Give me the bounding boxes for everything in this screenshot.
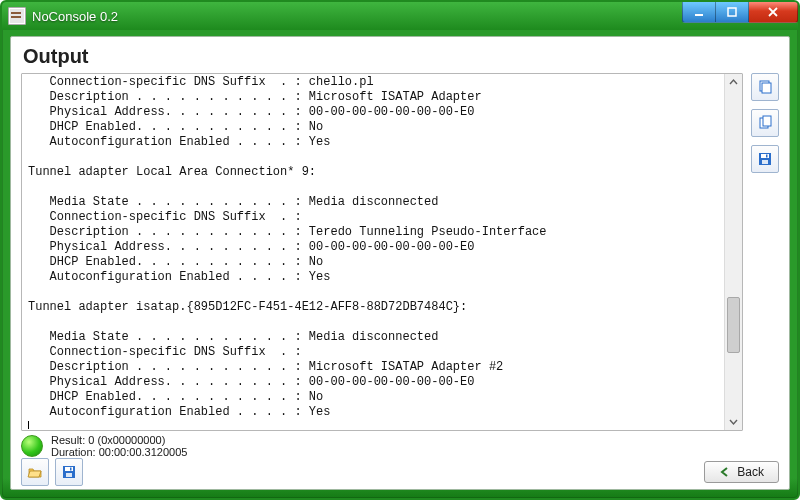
minimize-button[interactable] <box>682 2 716 23</box>
output-textbox[interactable]: Connection-specific DNS Suffix . : chell… <box>21 73 743 431</box>
svg-rect-8 <box>762 160 768 164</box>
scroll-thumb[interactable] <box>727 297 740 353</box>
copy-icon <box>757 115 773 131</box>
svg-rect-3 <box>762 83 771 93</box>
svg-rect-7 <box>761 154 769 158</box>
side-toolbar <box>751 73 779 431</box>
panel-body: Connection-specific DNS Suffix . : chell… <box>21 73 779 431</box>
app-window: NoConsole 0.2 Output Connection-specific… <box>0 0 800 500</box>
output-text: Connection-specific DNS Suffix . : chell… <box>28 75 724 429</box>
window-title: NoConsole 0.2 <box>32 9 118 24</box>
scroll-up-button[interactable] <box>725 74 742 91</box>
copy-button[interactable] <box>751 109 779 137</box>
save-button[interactable] <box>55 458 83 486</box>
close-icon <box>767 7 779 17</box>
scroll-down-button[interactable] <box>725 413 742 430</box>
bottom-row: Back <box>21 459 779 485</box>
vertical-scrollbar[interactable] <box>724 74 742 430</box>
svg-rect-1 <box>728 8 736 16</box>
status-duration: Duration: 00:00:00.3120005 <box>51 446 187 458</box>
chevron-up-icon <box>729 78 738 87</box>
maximize-icon <box>727 7 737 17</box>
floppy-icon <box>757 151 773 167</box>
app-icon <box>8 7 26 25</box>
status-row: Result: 0 (0x00000000) Duration: 00:00:0… <box>21 433 779 459</box>
svg-rect-12 <box>66 473 72 477</box>
folder-open-icon <box>27 464 43 480</box>
status-result: Result: 0 (0x00000000) <box>51 434 187 446</box>
svg-rect-5 <box>763 116 771 126</box>
back-button[interactable]: Back <box>704 461 779 483</box>
open-button[interactable] <box>21 458 49 486</box>
maximize-button[interactable] <box>716 2 749 23</box>
chevron-down-icon <box>729 417 738 426</box>
close-button[interactable] <box>749 2 798 23</box>
minimize-icon <box>694 7 704 17</box>
bottom-left-buttons <box>21 458 83 486</box>
save-output-button[interactable] <box>751 145 779 173</box>
back-button-label: Back <box>737 465 764 479</box>
floppy-icon <box>61 464 77 480</box>
status-indicator-icon <box>21 435 43 457</box>
svg-rect-13 <box>70 468 72 471</box>
output-panel: Output Connection-specific DNS Suffix . … <box>11 37 789 489</box>
svg-rect-0 <box>695 14 703 16</box>
copy-stack-icon <box>757 79 773 95</box>
scroll-track[interactable] <box>725 91 742 413</box>
text-cursor <box>28 421 29 429</box>
status-text: Result: 0 (0x00000000) Duration: 00:00:0… <box>51 434 187 458</box>
client-area: Output Connection-specific DNS Suffix . … <box>10 36 790 490</box>
copy-all-button[interactable] <box>751 73 779 101</box>
panel-heading: Output <box>23 45 779 68</box>
svg-rect-11 <box>65 467 73 471</box>
back-arrow-icon <box>719 466 731 478</box>
window-controls <box>682 2 798 22</box>
titlebar[interactable]: NoConsole 0.2 <box>2 2 798 30</box>
svg-rect-9 <box>766 155 768 158</box>
